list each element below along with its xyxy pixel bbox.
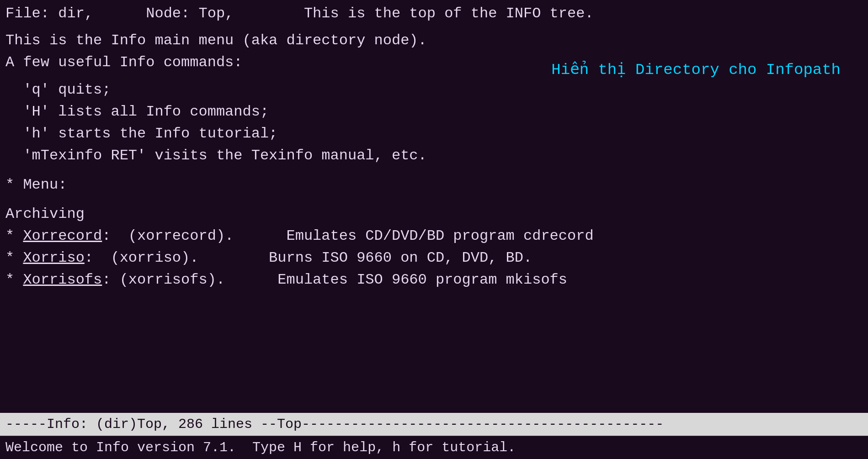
menu-item-xorrisofs[interactable]: * Xorrisofs: (xorrisofs). Emulates ISO 9… xyxy=(5,269,863,291)
xorrisofs-link[interactable]: Xorrisofs xyxy=(23,271,102,288)
status-bar: -----Info: (dir)Top, 286 lines --Top----… xyxy=(0,413,868,436)
header-line: File: dir, Node: Top, This is the top of… xyxy=(5,4,863,24)
xorrecord-link[interactable]: Xorrecord xyxy=(23,227,102,244)
command-line-m: 'mTexinfo RET' visits the Texinfo manual… xyxy=(5,145,863,167)
menu-item-xorrecord[interactable]: * Xorrecord: (xorrecord). Emulates CD/DV… xyxy=(5,225,863,247)
menu-item-xorriso[interactable]: * Xorriso: (xorriso). Burns ISO 9660 on … xyxy=(5,247,863,269)
menu-header: * Menu: xyxy=(5,174,863,196)
command-line-H: 'H' lists all Info commands; xyxy=(5,101,863,123)
command-line-h: 'h' starts the Info tutorial; xyxy=(5,123,863,145)
main-content: File: dir, Node: Top, This is the top of… xyxy=(0,0,868,413)
archiving-section: Archiving * Xorrecord: (xorrecord). Emul… xyxy=(5,203,863,291)
xorriso-link[interactable]: Xorriso xyxy=(23,249,84,266)
tooltip-overlay: Hiển thị Directory cho Infopath xyxy=(551,59,841,79)
command-line-q: 'q' quits; xyxy=(5,79,863,101)
commands-block: 'q' quits; 'H' lists all Info commands; … xyxy=(5,79,863,167)
archiving-title: Archiving xyxy=(5,203,863,225)
intro-line-1: This is the Info main menu (aka director… xyxy=(5,30,863,52)
echo-area: Welcome to Info version 7.1. Type H for … xyxy=(0,436,868,459)
